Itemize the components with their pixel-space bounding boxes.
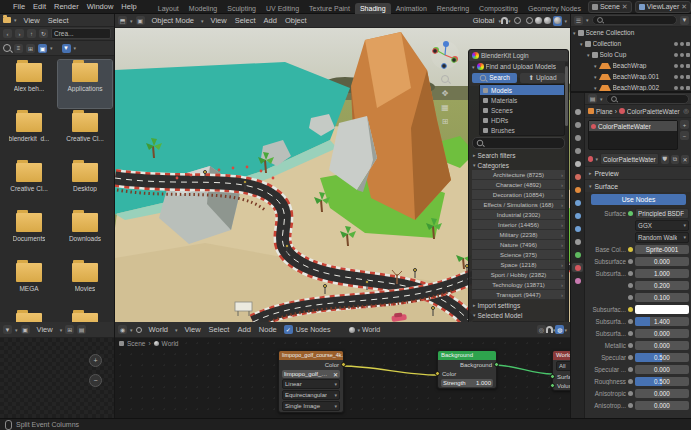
asset-type-item[interactable]: Brushes (480, 125, 564, 135)
visibility-toggles[interactable] (674, 86, 690, 90)
shader-editor-menu-item[interactable]: Select (205, 325, 234, 334)
move-view-icon[interactable]: ✥ (440, 88, 450, 98)
viewport-menu-item[interactable]: Select (231, 16, 260, 25)
breadcrumb-material[interactable]: ColorPaletteWater (627, 108, 682, 115)
properties-tab[interactable] (572, 146, 583, 155)
sss-method-dropdown[interactable]: Random Walk▾ (635, 232, 689, 243)
outliner-editor-icon[interactable]: ☰ (574, 16, 583, 25)
property-value-field[interactable]: 0.000 (635, 341, 689, 350)
property-value-field[interactable]: 0.000 (635, 365, 689, 374)
blenderkit-search-input[interactable] (472, 137, 565, 149)
folder-item[interactable]: Downloads (58, 210, 112, 258)
folder-item[interactable]: MEGA (2, 260, 56, 308)
use-nodes-checkbox[interactable]: ✓ (284, 325, 293, 334)
shading-rendered-toggle[interactable] (553, 16, 562, 26)
properties-tab[interactable] (572, 107, 583, 116)
shader-editor-icon[interactable]: ◉ (118, 325, 127, 334)
workspace-tab[interactable]: Geometry Nodes (523, 3, 586, 14)
topbar-menu-item[interactable]: Edit (29, 2, 50, 11)
material-slot-list[interactable]: ColorPaletteWater (588, 120, 678, 150)
property-value-field[interactable]: Sprite-0001 (635, 245, 689, 254)
source-dropdown[interactable]: Single Image▾ (282, 401, 340, 411)
parent-icon[interactable]: ↑ (27, 29, 36, 38)
properties-tab[interactable] (572, 211, 583, 220)
footer-view-menu[interactable]: View (33, 325, 57, 334)
panel-scrollbar[interactable] (565, 62, 568, 322)
category-item[interactable]: Industrial (2302) (472, 210, 565, 220)
folder-item[interactable]: Documents (2, 210, 56, 258)
file-browser-menu-item[interactable]: View (20, 16, 44, 25)
properties-tab[interactable] (572, 133, 583, 142)
shader-editor-menu-item[interactable]: Add (233, 325, 254, 334)
volume-input-socket[interactable] (550, 383, 555, 388)
zoom-out-button[interactable]: − (89, 374, 102, 387)
category-item[interactable]: Transport (9447) (472, 290, 565, 300)
category-item[interactable]: Effects / Simulations (168) (472, 200, 565, 210)
view-layer-unlink-icon[interactable]: ✕ (681, 3, 687, 10)
outliner-row[interactable]: ▾ Collection (571, 38, 691, 49)
strength-field[interactable]: Strength1.000 (441, 379, 493, 387)
topbar-menu-item[interactable]: Render (50, 2, 83, 11)
blenderkit-section-header[interactable]: ▾ Find and Upload Models (469, 61, 568, 72)
node-canvas[interactable]: Scene› World limpopo_golf_course_4k.exr … (115, 338, 570, 418)
outliner-search-input[interactable] (592, 15, 677, 25)
properties-tab[interactable] (572, 159, 583, 168)
properties-tab[interactable] (572, 237, 583, 246)
shader-overlay-icon[interactable]: ◍ (555, 325, 564, 334)
property-value-field[interactable]: 0.000 (635, 389, 689, 398)
file-browser-menu-item[interactable]: Select (44, 16, 73, 25)
use-nodes-button[interactable]: Use Nodes (591, 194, 686, 205)
properties-tab[interactable] (572, 172, 583, 181)
background-output-socket[interactable] (494, 362, 499, 367)
properties-tab[interactable] (572, 224, 583, 233)
visibility-toggles[interactable] (674, 42, 690, 46)
workspace-tab[interactable]: Animation (391, 3, 432, 14)
category-item[interactable]: Sport / Hobby (2382) (472, 270, 565, 280)
property-value-field[interactable]: 0.000 (635, 401, 689, 410)
workspace-tab[interactable]: Layout (153, 3, 184, 14)
file-browser-editor-icon[interactable] (3, 17, 11, 23)
outliner-row[interactable]: ▾ Solo Cup (571, 49, 691, 60)
scene-selector[interactable]: Scene ✕ (588, 1, 632, 13)
footer-thumbnail-icon[interactable]: ▣ (21, 325, 30, 334)
add-slot-button[interactable]: + (680, 120, 689, 129)
breadcrumb-object[interactable]: Plane (596, 108, 613, 115)
folder-item[interactable] (2, 310, 56, 322)
mode-dropdown[interactable]: Object Mode (148, 16, 199, 25)
target-dropdown[interactable]: All▾ (556, 361, 570, 371)
projection-dropdown[interactable]: Equirectangular▾ (282, 390, 340, 400)
shader-pin-icon[interactable]: ◎ (537, 325, 546, 334)
display-thumbnail-icon[interactable]: ▣ (38, 44, 47, 53)
world-datablock-name[interactable]: World (362, 326, 380, 333)
folder-item[interactable]: Creative Cl... (2, 160, 56, 208)
property-value-field[interactable]: 0.500 (635, 377, 689, 386)
category-item[interactable]: Architecture (8725) (472, 170, 565, 180)
visibility-toggles[interactable] (674, 64, 690, 68)
pin-icon[interactable]: ◎ (683, 107, 689, 115)
search-icon[interactable] (3, 44, 11, 52)
properties-tab[interactable] (572, 263, 583, 272)
workspace-tab[interactable]: Texture Paint (304, 3, 355, 14)
visibility-toggles[interactable] (674, 53, 690, 57)
surface-input-socket[interactable] (550, 374, 555, 379)
surface-shader-button[interactable]: Principled BSDF (635, 208, 689, 219)
properties-tab[interactable] (572, 120, 583, 129)
background-node[interactable]: Background Background Color Strength1.00… (437, 350, 497, 389)
categories-section[interactable]: ▾Categories (469, 160, 568, 170)
workspace-tab[interactable]: Shading (355, 3, 391, 14)
zoom-tool-icon[interactable] (440, 74, 450, 84)
blenderkit-login-button[interactable]: BlenderKit Login (469, 50, 568, 61)
duplicate-icon[interactable]: ⧉ (671, 155, 679, 164)
properties-tab[interactable] (572, 185, 583, 194)
asset-type-item[interactable]: Models (480, 85, 564, 95)
category-item[interactable]: Nature (7496) (472, 240, 565, 250)
topbar-menu-item[interactable]: File (9, 2, 29, 11)
workspace-tab[interactable]: Modeling (184, 3, 222, 14)
category-item[interactable]: Decoration (10854) (472, 190, 565, 200)
scene-unlink-icon[interactable]: ✕ (622, 3, 628, 10)
property-value-field[interactable]: 1.400 (635, 317, 689, 326)
orientation-dropdown[interactable]: Global (469, 16, 499, 25)
topbar-menu-item[interactable]: Help (117, 2, 140, 11)
path-field[interactable]: Crea... (51, 28, 111, 39)
category-item[interactable]: Character (4892) (472, 180, 565, 190)
